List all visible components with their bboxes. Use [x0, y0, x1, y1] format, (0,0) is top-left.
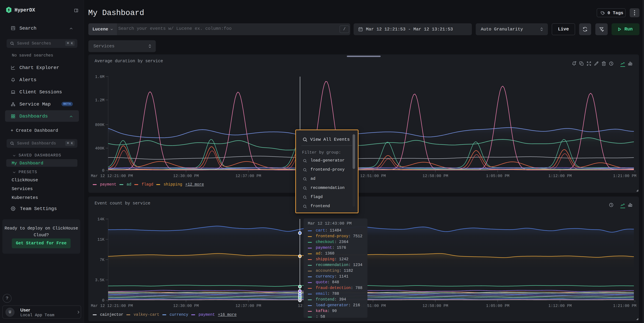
svg-text:11K: 11K — [98, 237, 104, 242]
svg-text:0: 0 — [102, 298, 104, 303]
svg-text:Mar 12 12:21:00 PM: Mar 12 12:21:00 PM — [91, 304, 133, 308]
svg-text:3.5K: 3.5K — [95, 278, 104, 282]
svg-text:1:12:00 PM: 1:12:00 PM — [548, 304, 572, 308]
svg-text:12:58:00 PM: 12:58:00 PM — [422, 304, 448, 308]
svg-text:1:21:00 PM: 1:21:00 PM — [613, 304, 636, 308]
svg-text:1:05:00 PM: 1:05:00 PM — [486, 304, 509, 308]
svg-text:12:37:00 PM: 12:37:00 PM — [236, 304, 261, 308]
svg-text:12:30:00 PM: 12:30:00 PM — [173, 304, 199, 308]
svg-text:7K: 7K — [100, 258, 104, 262]
svg-text:14K: 14K — [98, 217, 104, 221]
